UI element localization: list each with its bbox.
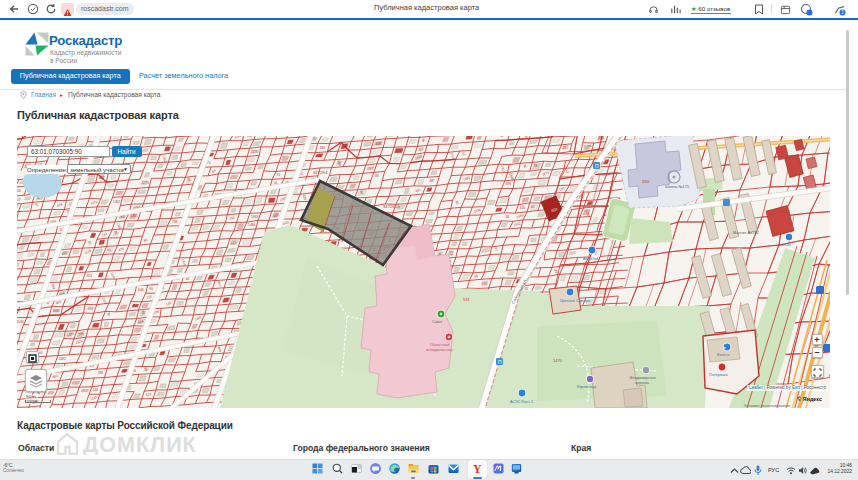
svg-text:644: 644 <box>138 288 144 292</box>
svg-text:83: 83 <box>375 174 379 178</box>
svg-text:Владимирская: Владимирская <box>630 376 656 380</box>
svg-text:66: 66 <box>531 205 535 209</box>
svg-text:487: 487 <box>429 179 435 183</box>
svg-text:церковь: церковь <box>635 381 649 385</box>
svg-text:12: 12 <box>500 136 504 138</box>
svg-text:онкодиспансер: онкодиспансер <box>426 348 453 352</box>
svg-text:П: П <box>595 163 599 169</box>
svg-text:магнит: магнит <box>779 243 791 247</box>
svg-text:1470: 1470 <box>553 358 563 363</box>
svg-text:1423: 1423 <box>781 209 791 214</box>
svg-text:Пятёрочка: Пятёрочка <box>709 373 728 377</box>
svg-text:36: 36 <box>506 215 510 219</box>
svg-text:Кирпичица: Кирпичица <box>577 385 597 389</box>
svg-text:1466: 1466 <box>248 223 256 227</box>
svg-text:1275: 1275 <box>142 181 150 185</box>
svg-text:1367: 1367 <box>113 200 121 204</box>
svg-text:786: 786 <box>172 220 178 224</box>
svg-text:1182: 1182 <box>59 357 66 361</box>
svg-text:527: 527 <box>146 393 152 397</box>
svg-text:П: П <box>498 359 502 365</box>
svg-text:34729/4: 34729/4 <box>313 170 328 175</box>
svg-text:63: 63 <box>17 189 21 193</box>
svg-text:186: 186 <box>320 146 326 150</box>
svg-text:811: 811 <box>87 274 92 278</box>
svg-text:1176: 1176 <box>251 150 258 154</box>
svg-text:91: 91 <box>277 173 281 177</box>
svg-text:83: 83 <box>231 273 235 277</box>
svg-text:34729/20: 34729/20 <box>383 204 400 209</box>
svg-text:29: 29 <box>562 146 566 150</box>
svg-text:286: 286 <box>98 371 104 375</box>
svg-text:192: 192 <box>482 282 488 286</box>
svg-text:320: 320 <box>520 206 526 210</box>
svg-text:1363: 1363 <box>251 215 259 219</box>
svg-text:Exist.ru: Exist.ru <box>717 353 730 357</box>
svg-text:Школа №175: Школа №175 <box>665 184 690 189</box>
svg-text:АСЗС Росн-1: АСЗС Росн-1 <box>510 400 533 404</box>
svg-text:449: 449 <box>375 142 381 146</box>
svg-text:Цветное Самары: Цветное Самары <box>560 299 591 303</box>
svg-text:АвтоОвет: АвтоОвет <box>583 257 600 261</box>
svg-text:1545: 1545 <box>17 320 24 324</box>
svg-text:496: 496 <box>506 182 512 186</box>
svg-text:Магнит Ап192: Магнит Ап192 <box>733 230 760 235</box>
svg-text:1335: 1335 <box>130 214 138 218</box>
svg-text:Союз: Союз <box>432 319 442 324</box>
svg-text:530: 530 <box>642 179 650 184</box>
svg-text:90: 90 <box>149 287 153 291</box>
svg-text:ДОМКЛИК: ДОМКЛИК <box>83 433 197 455</box>
svg-text:818: 818 <box>53 309 59 313</box>
svg-text:134: 134 <box>93 388 99 392</box>
svg-text:Областной: Областной <box>430 343 449 347</box>
svg-text:78: 78 <box>534 164 538 168</box>
svg-text:531: 531 <box>463 297 470 302</box>
